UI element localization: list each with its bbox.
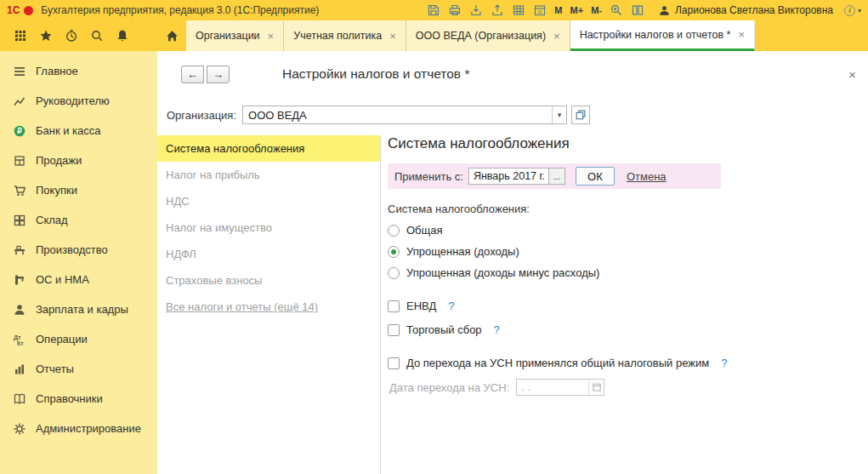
book-icon	[13, 392, 26, 406]
calendar-picker-icon	[588, 380, 604, 395]
section-item-insurance-contributions[interactable]: Страховые взносы	[157, 267, 380, 294]
radio-label[interactable]: Упрощенная (доходы минус расходы)	[406, 266, 599, 279]
radio-row-usn-dokhody[interactable]: Упрощенная (доходы)	[388, 245, 856, 258]
table-icon[interactable]	[511, 3, 526, 18]
radio-row-usn-dokhody-minus-raskhody[interactable]: Упрощенная (доходы минус расходы)	[388, 266, 856, 279]
memory-m-button[interactable]: М	[553, 5, 563, 15]
tab-accounting-policy[interactable]: Учетная политика ×	[284, 20, 406, 51]
open-organization-button[interactable]	[571, 106, 590, 124]
period-input[interactable]	[468, 168, 549, 185]
sidebar-item-administrirovanie[interactable]: Администрирование	[0, 414, 157, 443]
tab-close-icon[interactable]: ×	[268, 31, 275, 42]
radio-label[interactable]: Упрощенная (доходы)	[406, 245, 519, 258]
form-close-icon[interactable]: ×	[848, 67, 856, 82]
sidebar-item-zarplata-i-kadry[interactable]: Зарплата и кадры	[0, 294, 157, 324]
sidebar: Главное Руководителю ₽ Банк и касса Прод…	[0, 51, 157, 474]
save-icon[interactable]	[426, 3, 441, 18]
section-item-all-taxes-link[interactable]: Все налоги и отчеты (ещё 14)	[157, 294, 380, 320]
open-in-window-icon	[575, 109, 587, 121]
favorites-star-icon[interactable]	[39, 29, 53, 43]
tab-close-icon[interactable]: ×	[738, 29, 745, 40]
forward-button[interactable]: →	[207, 66, 230, 83]
sidebar-item-proizvodstvo[interactable]: Производство	[0, 235, 157, 265]
radio-row-obshchaya[interactable]: Общая	[388, 224, 856, 237]
print-icon[interactable]	[447, 3, 462, 18]
help-envd-link[interactable]: ?	[448, 300, 454, 312]
user-icon	[658, 4, 671, 17]
sidebar-item-spravochniki[interactable]: Справочники	[0, 384, 157, 414]
check-row-envd[interactable]: ЕНВД ?	[388, 300, 856, 312]
current-user-menu[interactable]: Ларионова Светлана Викторовна	[658, 4, 833, 17]
person-icon	[13, 303, 26, 317]
usn-date-row: Дата перехода на УСН:	[389, 379, 856, 396]
sidebar-item-sklad[interactable]: Склад	[0, 205, 157, 235]
organization-input[interactable]	[243, 106, 552, 123]
sidebar-item-label: Отчеты	[36, 363, 74, 375]
sidebar-item-label: Банк и касса	[36, 124, 101, 137]
section-item-ndfl[interactable]: НДФЛ	[157, 241, 380, 267]
sidebar-item-prodazhi[interactable]: Продажи	[0, 146, 157, 175]
radio-usn-dokhody-minus-raskhody[interactable]	[388, 267, 400, 279]
workbench-icon	[13, 243, 26, 257]
checkbox-label[interactable]: ЕНВД	[406, 300, 436, 312]
checkbox-label[interactable]: До перехода на УСН применялся общий нало…	[406, 357, 709, 369]
history-icon[interactable]	[65, 29, 78, 43]
zoom-icon[interactable]	[609, 3, 624, 18]
export-icon[interactable]	[468, 3, 484, 18]
sidebar-item-rukovoditelyu[interactable]: Руководителю	[0, 86, 157, 116]
tab-label: Учетная политика	[293, 30, 382, 42]
radio-label[interactable]: Общая	[406, 224, 443, 237]
tab-close-icon[interactable]: ×	[553, 31, 560, 42]
apply-from-label: Применить с:	[394, 170, 463, 183]
organization-combo[interactable]: ▾	[242, 106, 567, 124]
tab-ooo-veda[interactable]: ООО ВЕДА (Организация) ×	[406, 20, 570, 51]
usn-date-field	[516, 379, 604, 396]
sidebar-item-operacii[interactable]: ДтКт Операции	[0, 324, 157, 354]
combo-dropdown-icon[interactable]: ▾	[552, 106, 566, 123]
help-before-usn-link[interactable]: ?	[721, 357, 727, 369]
ok-button[interactable]: ОК	[576, 167, 615, 186]
calendar-icon[interactable]: 31	[532, 3, 547, 18]
check-row-before-usn[interactable]: До перехода на УСН применялся общий нало…	[388, 357, 856, 369]
radio-usn-dokhody[interactable]	[388, 246, 400, 258]
import-icon[interactable]	[490, 3, 505, 18]
section-item-taxation-system[interactable]: Система налогообложения	[157, 135, 380, 162]
user-name: Ларионова Светлана Викторовна	[675, 4, 833, 16]
tab-organizations[interactable]: Организации ×	[186, 20, 284, 51]
tab-label: ООО ВЕДА (Организация)	[416, 30, 546, 42]
sidebar-item-otchety[interactable]: Отчеты	[0, 354, 157, 384]
bar-chart-icon	[13, 363, 26, 376]
section-item-vat[interactable]: НДС	[157, 188, 380, 214]
sidebar-item-bank-i-kassa[interactable]: ₽ Банк и касса	[0, 116, 157, 146]
radio-obshchaya[interactable]	[388, 225, 400, 237]
boxes-icon	[13, 214, 26, 227]
section-item-profit-tax[interactable]: Налог на прибыль	[157, 162, 380, 188]
panels-icon[interactable]	[630, 3, 645, 18]
quick-toolbar	[0, 20, 157, 51]
memory-m-minus-button[interactable]: М-	[590, 5, 603, 15]
home-button[interactable]	[157, 20, 186, 51]
help-torgovyy-sbor-link[interactable]: ?	[494, 323, 500, 336]
cancel-link[interactable]: Отмена	[627, 170, 667, 183]
sidebar-item-pokupki[interactable]: Покупки	[0, 175, 157, 205]
checkbox-before-usn[interactable]	[388, 357, 400, 369]
check-row-torgovyy-sbor[interactable]: Торговый сбор ?	[388, 323, 856, 336]
taxation-system-group-label: Система налогообложения:	[388, 203, 856, 215]
panel-heading: Система налогообложения	[388, 135, 856, 152]
sidebar-item-glavnoe[interactable]: Главное	[0, 56, 157, 86]
sidebar-item-os-i-nma[interactable]: ОС и НМА	[0, 265, 157, 294]
back-button[interactable]: ←	[181, 66, 204, 83]
search-icon[interactable]	[90, 29, 104, 43]
memory-m-plus-button[interactable]: М+	[570, 5, 585, 15]
tab-close-icon[interactable]: ×	[389, 31, 396, 42]
section-item-property-tax[interactable]: Налог на имущество	[157, 214, 380, 241]
tab-tax-settings[interactable]: Настройки налогов и отчетов * ×	[570, 20, 755, 51]
period-field[interactable]: ...	[468, 168, 565, 185]
checkbox-label[interactable]: Торговый сбор	[406, 323, 482, 336]
sections-menu-icon[interactable]	[14, 29, 27, 43]
checkbox-torgovyy-sbor[interactable]	[388, 324, 400, 336]
notifications-bell-icon[interactable]	[116, 29, 129, 43]
info-menu[interactable]: i ▾	[844, 5, 861, 16]
choose-period-button[interactable]: ...	[549, 168, 565, 185]
checkbox-envd[interactable]	[388, 300, 400, 312]
